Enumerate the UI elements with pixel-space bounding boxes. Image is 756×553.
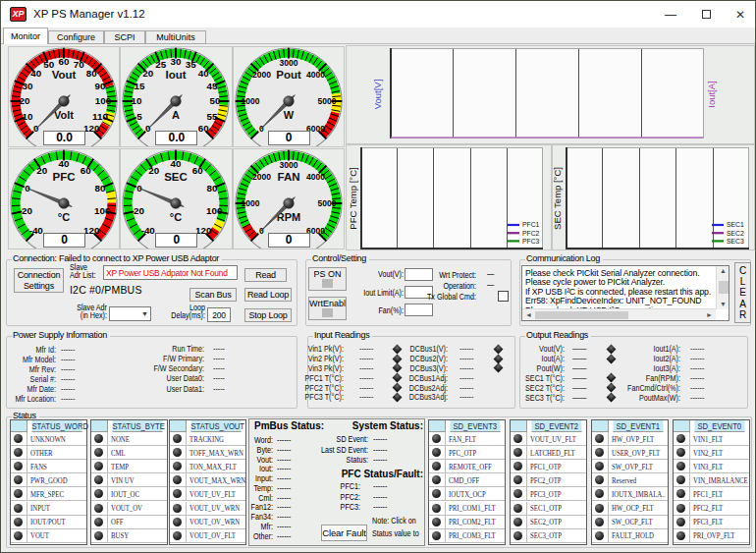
table-row[interactable]: PFC3_OTP (511, 487, 586, 501)
table-row[interactable]: IOUT_OC (91, 487, 167, 501)
table-row[interactable]: REMOTE_OFF (429, 460, 505, 473)
loop-delay-input[interactable]: 200 (207, 307, 231, 322)
status-led (676, 434, 685, 443)
pmbus-row-value: ------ (277, 435, 291, 445)
pmbus-row-label: Mfr: (238, 522, 273, 531)
table-row[interactable]: FANS (11, 460, 86, 473)
svg-text:35: 35 (186, 59, 196, 70)
table-row[interactable]: BUSY (91, 529, 167, 543)
table-row[interactable]: UNKNOWN (11, 432, 86, 446)
comm-log-hscrollbar[interactable]: ◄► (522, 308, 716, 320)
system-row-value: ------ (373, 434, 387, 444)
tab-monitor[interactable]: Monitor (3, 28, 48, 44)
scan-bus-button[interactable]: Scan Bus (189, 288, 237, 302)
table-row[interactable]: INPUT (11, 502, 86, 516)
table-row[interactable]: VOUT_UV_FLT (511, 432, 586, 446)
system-row-value: ------ (373, 445, 387, 455)
table-row[interactable]: IOUT/POUT (11, 516, 86, 529)
table-row[interactable]: FAN_FLT (429, 432, 505, 446)
input-reading-label: PFC3 T(°C): (290, 392, 343, 402)
stop-loop-button[interactable]: Stop Loop (244, 308, 292, 322)
output-readings-group-title: Output Readings (525, 330, 591, 340)
input-reading-label: DCBus2Adj: (395, 383, 448, 393)
read-loop-button[interactable]: Read Loop (244, 288, 292, 302)
table-row[interactable]: PFC1_OTP (511, 460, 586, 473)
chart-vout-iout-plot (390, 48, 704, 138)
read-button[interactable]: Read (244, 268, 287, 282)
table-row[interactable]: VOUT_OV_FLT (170, 529, 245, 543)
table-row[interactable]: VIN UV (91, 473, 167, 487)
table-row[interactable]: MFR_SPEC (11, 487, 86, 501)
table-row[interactable]: VOUT (11, 529, 86, 543)
tab-multiunits[interactable]: MultiUnits (145, 30, 206, 44)
psu-info-label: Run Time: (130, 344, 204, 354)
table-row[interactable]: VOUT_UV_WRN (170, 502, 245, 516)
table-row[interactable]: VIN_IMBALANCE (674, 473, 749, 487)
comm-log-line: Please check PICkit Serial Analyzer conn… (525, 268, 699, 278)
comm-log-vscrollbar[interactable]: ▲▼ (716, 266, 729, 309)
output-reading-value: ------ (690, 354, 704, 363)
table-row[interactable]: PFC2_FLT (674, 502, 749, 516)
table-row[interactable]: PRI_COM3_FLT (429, 529, 505, 543)
table-row[interactable]: PRI_OVP_FLT (674, 529, 749, 543)
clear-fault-button[interactable]: Clear Fault (321, 525, 367, 541)
table-row[interactable]: CML (91, 446, 167, 460)
table-row[interactable]: NONE (91, 432, 167, 446)
table-row[interactable]: VOUT_MAX_WRN (170, 473, 245, 487)
table-row[interactable]: USER_OVP_FLT (592, 446, 668, 460)
clear-log-button-letter: L (740, 276, 745, 287)
tx-global-checkbox[interactable] (498, 291, 509, 302)
vscroll-thumb[interactable] (719, 281, 729, 294)
table-row[interactable]: SW_OCP_FLT (592, 516, 668, 529)
pmbus-row-label: Fan12: (238, 502, 273, 512)
minimize-button[interactable]: — (654, 1, 687, 28)
close-button[interactable]: ✕ (724, 1, 756, 28)
table-row[interactable]: PWR_GOOD (11, 473, 86, 487)
slave-adr-combo[interactable]: ▼ (109, 306, 151, 321)
table-row[interactable]: LATCHED_FLT (511, 446, 586, 460)
table-row[interactable]: IOUTX_OCP (429, 487, 505, 501)
table-row[interactable]: VOUT_UV_FLT (170, 487, 245, 501)
table-row[interactable]: PFC2_OTP (511, 473, 586, 487)
table-row[interactable]: TOFF_MAX_WRN (170, 446, 245, 460)
table-row[interactable]: IOUTX_IMBALA.. (592, 487, 668, 501)
gauge-pfc: -40-20020406080100120PFC°C0 (8, 148, 120, 249)
table-row[interactable]: CMD_OFF (429, 473, 505, 487)
pmbus-row-label: Cml: (238, 493, 273, 503)
table-row[interactable]: PFC3_FLT (674, 516, 749, 529)
table-row[interactable]: VIN3_FLT (674, 460, 749, 473)
table-row[interactable]: TRACKING (170, 432, 245, 446)
table-row[interactable]: VIN2_FLT (674, 446, 749, 460)
fan-set-input[interactable] (405, 304, 433, 316)
table-row[interactable]: FAULT_HOLD (592, 529, 668, 543)
chart-vout-axis-label: Vout[V] (372, 45, 384, 143)
tab-scpi[interactable]: SCPI (104, 30, 145, 44)
table-row[interactable]: SEC1_OTP (511, 502, 586, 516)
comm-log-textarea[interactable]: Please check PICkit Serial Analyzer conn… (521, 265, 729, 321)
table-row[interactable]: SEC2_OTP (511, 516, 586, 529)
connection-settings-button[interactable]: Connection Settings (14, 268, 64, 293)
input-reading-label: DCBus2(V): (395, 354, 448, 363)
table-row[interactable]: PFC1_FLT (674, 487, 749, 501)
table-row[interactable]: PRI_COM2_FLT (429, 516, 505, 529)
table-row[interactable]: HW_OVP_FLT (592, 432, 668, 446)
table-row[interactable]: PFC_OTP (429, 446, 505, 460)
table-row[interactable]: TEMP (91, 460, 167, 473)
table-row[interactable]: OFF (91, 516, 167, 529)
clear-log-button[interactable]: CLEAR (734, 262, 751, 323)
tab-configure[interactable]: Configure (48, 30, 104, 44)
table-row[interactable]: TON_MAX_FLT (170, 460, 245, 473)
table-row[interactable]: SW_OVP_FLT (592, 460, 668, 473)
table-row[interactable]: VOUT_OV_WRN (170, 516, 245, 529)
table-row[interactable]: Reserved (592, 473, 668, 487)
table-row[interactable]: PRI_COM1_FLT (429, 502, 505, 516)
maximize-button[interactable] (689, 1, 723, 28)
table-row[interactable]: HW_OCP_FLT (592, 502, 668, 516)
table-row[interactable]: OTHER (11, 446, 86, 460)
table-row[interactable]: SEC3_OTP (511, 529, 586, 543)
iout-limit-label: Iout Limit(A): (341, 288, 404, 298)
table-row[interactable]: VOUT_OV (91, 502, 167, 516)
table-row[interactable]: VIN1_FLT (674, 432, 749, 446)
scroll-up-icon: ▲ (717, 266, 729, 276)
hscroll-thumb[interactable] (535, 311, 628, 319)
